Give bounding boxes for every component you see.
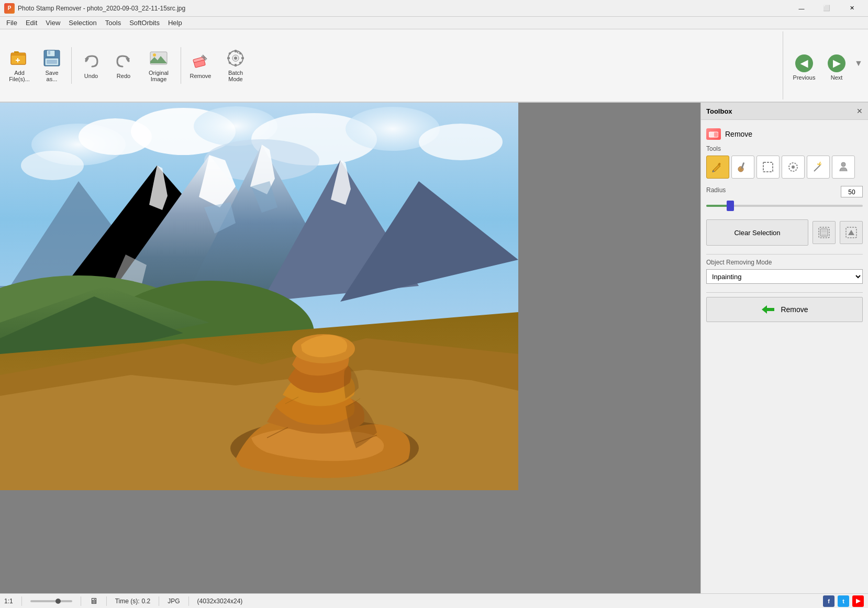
batch-mode-icon <box>226 49 245 68</box>
app-title: Photo Stamp Remover - photo_2020-09-03_2… <box>18 5 789 12</box>
undo-icon <box>82 52 101 71</box>
svg-point-36 <box>21 151 84 180</box>
pencil-tool-button[interactable] <box>706 156 729 179</box>
menu-file[interactable]: File <box>2 18 21 28</box>
menu-edit[interactable]: Edit <box>21 18 41 28</box>
menu-tools[interactable]: Tools <box>101 18 125 28</box>
add-files-icon <box>10 49 29 68</box>
svg-rect-5 <box>47 50 55 57</box>
svg-rect-87 <box>821 230 827 233</box>
radius-section: Radius 50 <box>706 186 863 212</box>
menu-selection[interactable]: Selection <box>64 18 101 28</box>
next-button[interactable]: ▶ Next <box>821 31 852 100</box>
maximize-button[interactable]: ⬜ <box>815 0 839 17</box>
status-sep-1 <box>21 596 22 606</box>
mode-section: Object Removing Mode Inpainting Smart Fi… <box>706 259 863 284</box>
svg-line-82 <box>820 162 820 163</box>
redo-icon <box>114 52 133 71</box>
magic-wand-button[interactable] <box>807 156 830 179</box>
social-icons: f t ▶ <box>823 595 864 607</box>
rectangle-select-button[interactable] <box>756 156 780 179</box>
twitter-icon[interactable]: t <box>838 595 849 607</box>
batch-mode-button[interactable]: Batch Mode <box>218 45 253 86</box>
original-image-icon <box>149 49 168 68</box>
add-files-label: Add File(s)... <box>9 70 30 82</box>
svg-rect-8 <box>47 60 57 64</box>
menu-view[interactable]: View <box>41 18 64 28</box>
toolbox-panel: Toolbox ✕ Remove Tools <box>700 103 868 593</box>
status-sep-2 <box>81 596 81 606</box>
svg-rect-3 <box>16 60 20 61</box>
save-selection-icon <box>818 227 830 238</box>
remove-action-button[interactable]: Remove <box>706 297 863 322</box>
svg-point-84 <box>841 162 845 167</box>
svg-marker-91 <box>762 305 774 314</box>
brush-icon <box>737 161 749 173</box>
status-sep-4 <box>159 596 159 606</box>
remove-icon <box>191 52 210 71</box>
redo-button[interactable]: Redo <box>108 45 139 86</box>
svg-line-81 <box>820 164 821 164</box>
minimize-button[interactable]: — <box>789 0 814 17</box>
time-value: 0.2 <box>142 598 151 605</box>
svg-point-77 <box>792 165 795 169</box>
svg-rect-21 <box>241 57 244 59</box>
undo-label: Undo <box>84 73 98 79</box>
next-icon: ▶ <box>828 54 845 72</box>
toolbox-close-button[interactable]: ✕ <box>856 107 863 115</box>
facebook-icon[interactable]: f <box>823 595 834 607</box>
undo-button[interactable]: Undo <box>76 45 106 86</box>
svg-point-12 <box>153 53 156 57</box>
add-files-button[interactable]: Add File(s)... <box>4 45 35 86</box>
svg-rect-6 <box>48 50 50 54</box>
zoom-ratio-text: 1:1 <box>4 598 13 605</box>
remove-section-label: Remove <box>725 130 752 138</box>
title-bar: P Photo Stamp Remover - photo_2020-09-03… <box>0 0 868 17</box>
radius-value[interactable]: 50 <box>841 186 863 197</box>
main-area: 2020 / 09 / 03 Toolbox ✕ Remove <box>0 103 868 593</box>
svg-point-27 <box>234 57 237 60</box>
previous-button[interactable]: ◀ Previous <box>788 31 820 100</box>
dropdown-chevron-icon[interactable]: ▼ <box>853 59 864 72</box>
zoom-slider[interactable] <box>30 600 72 602</box>
svg-rect-67 <box>714 132 718 137</box>
lasso-icon <box>787 161 799 173</box>
svg-rect-18 <box>235 50 237 52</box>
save-as-button[interactable]: Save as... <box>37 45 67 86</box>
remove-eraser-icon <box>706 128 721 140</box>
brush-tool-button[interactable] <box>731 156 754 179</box>
divider-2 <box>706 292 863 293</box>
lasso-tool-button[interactable] <box>782 156 805 179</box>
original-image-button[interactable]: Original Image <box>141 45 176 86</box>
close-button[interactable]: ✕ <box>840 0 864 17</box>
svg-rect-20 <box>227 57 230 59</box>
status-sep-5 <box>188 596 189 606</box>
screen-icon: 🖥 <box>90 596 98 606</box>
rectangle-select-icon <box>762 161 774 173</box>
app-icon: P <box>4 3 15 14</box>
svg-line-80 <box>817 164 819 164</box>
save-selection-button[interactable] <box>813 221 836 244</box>
canvas-area[interactable]: 2020 / 09 / 03 <box>0 103 700 593</box>
magic-wand-icon <box>812 161 825 173</box>
remove-action-label: Remove <box>781 305 808 314</box>
batch-mode-label: Batch Mode <box>228 70 243 82</box>
load-selection-button[interactable] <box>840 221 863 244</box>
youtube-icon[interactable]: ▶ <box>852 595 864 607</box>
format-label: JPG <box>168 598 180 605</box>
status-bar: 1:1 🖥 Time (s): 0.2 JPG (4032x3024x24) f… <box>0 593 868 608</box>
menu-softorbits[interactable]: SoftOrbits <box>125 18 164 28</box>
menu-help[interactable]: Help <box>164 18 186 28</box>
dimensions-label: (4032x3024x24) <box>197 598 243 605</box>
remove-button[interactable]: Remove <box>185 45 216 86</box>
toolbox-header: Toolbox ✕ <box>701 103 868 120</box>
pencil-icon <box>711 161 724 173</box>
stamp-tool-button[interactable] <box>832 156 855 179</box>
radius-label: Radius <box>706 186 726 194</box>
svg-rect-19 <box>235 64 237 67</box>
clear-selection-button[interactable]: Clear Selection <box>706 219 808 246</box>
remove-label: Remove <box>190 73 212 79</box>
mode-select[interactable]: Inpainting Smart Fill Color Average <box>706 269 863 284</box>
radius-slider-container <box>706 200 863 212</box>
remove-action-icon <box>761 302 775 317</box>
